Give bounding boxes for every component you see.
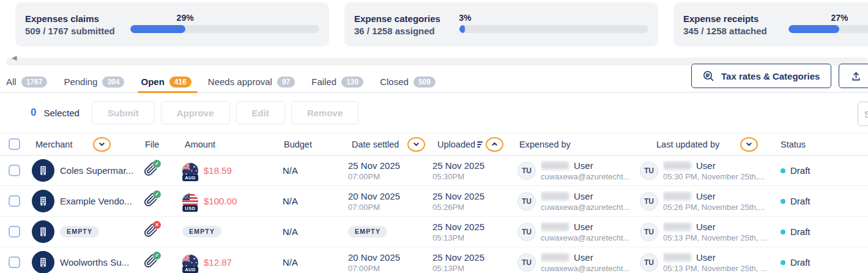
column-header-status: Status	[781, 140, 806, 149]
stat-card: Expense categories 36 / 1258 assigned 3%	[344, 2, 658, 47]
expensed-by-name-line: User	[541, 252, 629, 263]
column-header-expensed-by: Expensed by	[519, 140, 571, 149]
progress-bar: 3%	[459, 25, 648, 33]
status-label: Draft	[790, 257, 811, 267]
currency-code-badge: AUD	[182, 174, 198, 181]
tab-open[interactable]: Open 416	[141, 72, 191, 92]
attachment-paperclip-icon[interactable]: ✓	[144, 193, 158, 209]
search-document-icon	[703, 70, 714, 82]
approve-button[interactable]: Approve	[161, 101, 230, 124]
tax-rates-categories-button[interactable]: Tax rates & Categories	[691, 64, 831, 88]
merchant-avatar-building-icon	[32, 220, 54, 243]
edit-button[interactable]: Edit	[236, 101, 285, 124]
merchant-sort-button[interactable]	[93, 137, 111, 152]
merchant-name[interactable]: Coles Supermar...	[60, 165, 133, 176]
selected-label: Selected	[43, 108, 79, 118]
tab-pending[interactable]: Pending 394	[64, 72, 124, 92]
progress-bar: 27%	[788, 25, 868, 33]
row-checkbox[interactable]	[9, 195, 20, 207]
column-header-file: File	[145, 140, 159, 149]
updated-by-time: 05:13 PM, November 25th, ...	[663, 233, 767, 242]
expensed-by-name: User	[574, 160, 593, 171]
column-header-merchant: Merchant	[35, 140, 72, 149]
currency-flag-icon: AUD	[182, 255, 198, 271]
merchant-name[interactable]: Woolworths Su...	[60, 257, 129, 267]
attachment-paperclip-icon[interactable]: ✓	[144, 254, 158, 271]
tab-closed[interactable]: Closed 509	[380, 72, 436, 92]
tab-failed[interactable]: Failed 130	[311, 72, 363, 92]
tab-label: Closed	[380, 77, 409, 87]
currency-code-badge: USD	[182, 205, 198, 212]
merchant-name[interactable]: Example Vendo...	[60, 196, 132, 206]
stat-cards-row: Expenses claims 509 / 1767 submitted 29%…	[15, 2, 868, 47]
attachment-paperclip-icon[interactable]: ✕	[144, 223, 158, 240]
submit-button[interactable]: Submit	[92, 101, 155, 124]
row-checkbox[interactable]	[9, 226, 20, 237]
tab-count-badge: 509	[414, 77, 436, 88]
updated-by-info: User 05:13 PM, November 25th, ...	[663, 252, 767, 273]
redacted-name	[663, 162, 691, 170]
progress-bar: 29%	[130, 25, 319, 33]
select-all-checkbox[interactable]	[9, 138, 20, 150]
tab-all[interactable]: All 1767	[6, 72, 47, 92]
attachment-status-icon: ✓	[153, 160, 161, 168]
uploaded-datetime: 25 Nov 2025 05:13PM	[432, 252, 484, 273]
uploaded-time: 05:30PM	[432, 172, 484, 181]
date-settled-datetime: 20 Nov 2025 07:00PM	[348, 191, 400, 212]
stat-card-title: Expense categories	[354, 13, 459, 24]
tab-count-badge: 97	[277, 77, 295, 88]
expensed-by-name: User	[574, 191, 593, 201]
redacted-name	[663, 253, 691, 261]
expensed-by-name-line: User	[541, 191, 629, 201]
row-checkbox[interactable]	[9, 165, 20, 176]
amount-empty-badge: EMPTY	[182, 226, 221, 238]
tab-count-badge: 394	[102, 77, 124, 88]
chevron-down-icon	[98, 141, 105, 148]
tab-count-badge: 416	[169, 77, 191, 88]
amount-value: $100.00	[204, 196, 237, 206]
stat-card-text: Expenses claims 509 / 1767 submitted	[25, 13, 130, 36]
expensed-by-info: User cuwaxewa@azuretecht...	[541, 252, 629, 273]
uploaded-date: 25 Nov 2025	[432, 252, 484, 263]
redacted-name	[663, 223, 691, 231]
table-header-row: Merchant File Amount Budget Date settled…	[0, 133, 868, 155]
export-button[interactable]: E	[839, 64, 868, 88]
expenses-table: Merchant File Amount Budget Date settled…	[0, 133, 868, 273]
budget-value: N/A	[283, 196, 298, 206]
remove-button[interactable]: Remove	[291, 101, 358, 124]
status-dot-icon	[781, 168, 785, 173]
status-label: Draft	[790, 226, 811, 237]
column-header-date-settled: Date settled	[352, 140, 399, 149]
date-settled-date: 25 Nov 2025	[348, 160, 400, 171]
uploaded-date: 25 Nov 2025	[432, 222, 484, 232]
redacted-name	[541, 162, 569, 170]
updated-by-name-line: User	[663, 222, 767, 232]
merchant-avatar-building-icon	[32, 190, 54, 212]
chevron-up-icon	[491, 141, 498, 148]
tab-needs-approval[interactable]: Needs approval 97	[208, 72, 295, 92]
uploaded-sort-button[interactable]	[486, 137, 503, 152]
last-updated-sort-button[interactable]	[740, 137, 758, 152]
expensed-by-info: User cuwaxewa@azuretecht...	[541, 222, 629, 242]
attachment-paperclip-icon[interactable]: ✓	[144, 162, 158, 179]
selected-count: 0	[31, 107, 36, 119]
chevron-down-icon	[746, 141, 752, 148]
updated-by-info: User 05:13 PM, November 25th, ...	[663, 222, 767, 242]
tab-count-badge: 1767	[21, 77, 48, 88]
updated-by-name: User	[696, 191, 716, 201]
search-input[interactable]	[858, 102, 868, 126]
scroll-left-icon[interactable]: ◀	[12, 54, 17, 61]
row-checkbox[interactable]	[9, 256, 20, 268]
uploaded-time: 05:13PM	[432, 264, 484, 273]
table-body: Coles Supermar... ✓ AUD $18.59 N/A 25 No…	[0, 155, 868, 273]
status-label: Draft	[790, 196, 811, 206]
updated-by-name-line: User	[663, 191, 765, 201]
updated-by-time: 05:30 PM, November 25th,...	[663, 172, 765, 181]
uploaded-time: 05:26PM	[432, 203, 484, 212]
date-settled-datetime: 25 Nov 2025 07:00PM	[348, 160, 400, 181]
tab-label: Failed	[311, 77, 336, 87]
date-settled-sort-button[interactable]	[407, 137, 425, 152]
updated-by-time: 05:13 PM, November 25th, ...	[663, 264, 767, 273]
expensed-by-email: cuwaxewa@azuretecht...	[541, 203, 629, 212]
progress-track	[788, 25, 868, 33]
